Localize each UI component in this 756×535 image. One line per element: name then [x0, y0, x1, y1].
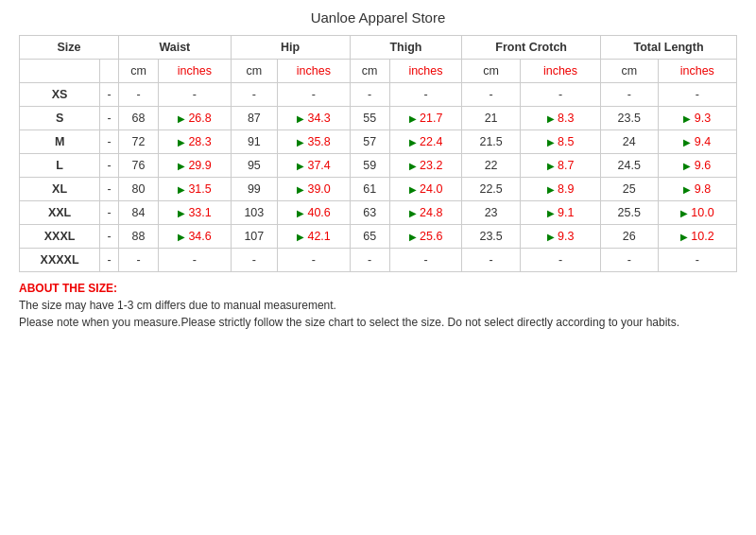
fc-inches-cell: - — [520, 83, 600, 107]
subheader-size — [20, 60, 100, 83]
arrow-icon: ▶ — [683, 161, 691, 171]
arrow-icon: ▶ — [178, 184, 185, 195]
table-cell: 55 — [350, 107, 389, 130]
size-label: XXXL — [20, 225, 100, 249]
table-cell: - — [100, 107, 119, 130]
arrow-icon: ▶ — [178, 208, 185, 218]
table-cell: 63 — [350, 201, 389, 225]
hip-inches-cell: ▶ 34.3 — [278, 107, 351, 130]
arrow-icon: ▶ — [297, 161, 304, 171]
table-cell: - — [100, 130, 119, 154]
tl-inches-cell: ▶ 9.6 — [658, 154, 736, 178]
table-cell: 95 — [231, 154, 277, 178]
arrow-icon: ▶ — [409, 161, 417, 171]
table-cell: 91 — [231, 130, 277, 154]
col-header-total-length: Total Length — [601, 36, 737, 60]
size-label: XXL — [20, 201, 100, 225]
subheader-waist-cm: cm — [119, 60, 159, 83]
size-label: XL — [20, 178, 100, 201]
table-row: XXXXL----------- — [20, 249, 737, 272]
thigh-inches-cell: ▶ 23.2 — [389, 154, 462, 178]
arrow-icon: ▶ — [297, 137, 304, 147]
thigh-inches-cell: - — [389, 249, 462, 272]
col-header-size: Size — [20, 36, 119, 60]
size-label: XXXXL — [20, 249, 100, 272]
fc-inches-cell: ▶ 9.1 — [520, 201, 600, 225]
fc-inches-cell: ▶ 8.3 — [520, 107, 600, 130]
arrow-icon: ▶ — [178, 137, 185, 147]
table-cell: 61 — [350, 178, 389, 201]
table-cell: 24 — [601, 130, 659, 154]
table-cell: - — [100, 225, 119, 249]
size-label: L — [20, 154, 100, 178]
table-cell: 22.5 — [462, 178, 521, 201]
arrow-icon: ▶ — [178, 161, 185, 171]
subheader-tl-cm: cm — [601, 60, 659, 83]
subheader-thigh-inches: inches — [389, 60, 462, 83]
table-cell: 84 — [119, 201, 159, 225]
waist-inches-cell: - — [159, 83, 232, 107]
tl-inches-cell: - — [658, 83, 736, 107]
arrow-icon: ▶ — [683, 137, 691, 147]
table-cell: 88 — [119, 225, 159, 249]
table-cell: 21.5 — [462, 130, 521, 154]
table-cell: - — [350, 83, 389, 107]
table-cell: 80 — [119, 178, 159, 201]
table-cell: 21 — [462, 107, 521, 130]
col-header-front-crotch: Front Crotch — [462, 36, 601, 60]
table-cell: - — [119, 83, 159, 107]
arrow-icon: ▶ — [178, 232, 185, 242]
thigh-inches-cell: ▶ 22.4 — [389, 130, 462, 154]
arrow-icon: ▶ — [547, 208, 555, 218]
waist-inches-cell: ▶ 31.5 — [159, 178, 232, 201]
arrow-icon: ▶ — [409, 232, 417, 242]
col-header-waist: Waist — [119, 36, 232, 60]
waist-inches-cell: ▶ 29.9 — [159, 154, 232, 178]
fc-inches-cell: - — [520, 249, 600, 272]
waist-inches-cell: ▶ 26.8 — [159, 107, 232, 130]
table-cell: - — [601, 83, 659, 107]
hip-inches-cell: ▶ 39.0 — [278, 178, 351, 201]
table-cell: 57 — [350, 130, 389, 154]
tl-inches-cell: ▶ 9.3 — [658, 107, 736, 130]
arrow-icon: ▶ — [297, 113, 304, 124]
arrow-icon: ▶ — [683, 113, 691, 124]
hip-inches-cell: - — [278, 83, 351, 107]
table-cell: 22 — [462, 154, 521, 178]
arrow-icon: ▶ — [680, 208, 688, 218]
arrow-icon: ▶ — [409, 137, 417, 147]
hip-inches-cell: ▶ 35.8 — [278, 130, 351, 154]
table-cell: 23.5 — [601, 107, 659, 130]
subheader-tl-inches: inches — [658, 60, 736, 83]
fc-inches-cell: ▶ 8.5 — [520, 130, 600, 154]
tl-inches-cell: ▶ 9.8 — [658, 178, 736, 201]
hip-inches-cell: ▶ 42.1 — [278, 225, 351, 249]
table-cell: 59 — [350, 154, 389, 178]
subheader-thigh-cm: cm — [350, 60, 389, 83]
arrow-icon: ▶ — [297, 232, 304, 242]
arrow-icon: ▶ — [178, 113, 185, 124]
table-cell: - — [231, 83, 277, 107]
arrow-icon: ▶ — [683, 184, 691, 195]
table-cell: 107 — [231, 225, 277, 249]
arrow-icon: ▶ — [409, 208, 417, 218]
table-cell: - — [100, 201, 119, 225]
tl-inches-cell: ▶ 10.0 — [658, 201, 736, 225]
table-cell: - — [119, 249, 159, 272]
arrow-icon: ▶ — [547, 113, 555, 124]
table-row: XL-80▶ 31.599▶ 39.061▶ 24.022.5▶ 8.925▶ … — [20, 178, 737, 201]
subheader-hip-inches: inches — [278, 60, 351, 83]
tl-inches-cell: ▶ 9.4 — [658, 130, 736, 154]
arrow-icon: ▶ — [297, 184, 304, 195]
table-cell: - — [231, 249, 277, 272]
table-cell: - — [350, 249, 389, 272]
tl-inches-cell: ▶ 10.2 — [658, 225, 736, 249]
subheader-size2 — [100, 60, 119, 83]
note-title: ABOUT THE SIZE: — [19, 282, 117, 295]
table-cell: 72 — [119, 130, 159, 154]
table-cell: 76 — [119, 154, 159, 178]
table-cell: 23.5 — [462, 225, 521, 249]
table-cell: 24.5 — [601, 154, 659, 178]
thigh-inches-cell: ▶ 21.7 — [389, 107, 462, 130]
thigh-inches-cell: ▶ 24.8 — [389, 201, 462, 225]
